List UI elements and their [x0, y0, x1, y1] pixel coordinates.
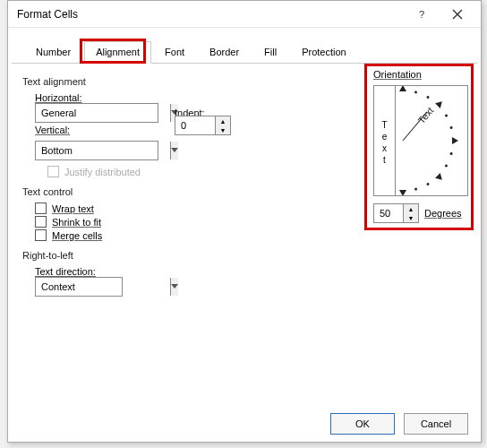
merge-cells-checkbox[interactable]: Merge cells — [35, 229, 466, 241]
svg-point-9 — [449, 126, 453, 130]
svg-point-7 — [426, 95, 430, 99]
tab-protection[interactable]: Protection — [290, 41, 358, 64]
tab-strip: Number Alignment Font Border Fill Protec… — [12, 28, 477, 64]
svg-point-8 — [444, 114, 448, 117]
spin-down-icon[interactable]: ▼ — [216, 125, 230, 134]
tab-fill[interactable]: Fill — [252, 41, 288, 64]
chevron-down-icon — [170, 278, 178, 296]
dial-icon: Text — [396, 86, 467, 195]
orientation-group: Orientation Text — [373, 69, 468, 228]
orientation-dial[interactable]: Text — [396, 86, 467, 195]
degrees-spinner[interactable]: ▲ ▼ — [373, 203, 419, 223]
tab-alignment[interactable]: Alignment — [84, 41, 151, 64]
degrees-value[interactable] — [374, 204, 403, 222]
cancel-button[interactable]: Cancel — [404, 413, 468, 435]
svg-text:Text: Text — [415, 105, 435, 125]
indent-value[interactable] — [175, 116, 215, 134]
tab-border[interactable]: Border — [198, 41, 251, 64]
svg-marker-2 — [435, 99, 445, 108]
tab-number[interactable]: Number — [24, 41, 82, 64]
text-direction-value[interactable] — [36, 278, 170, 296]
horizontal-combo[interactable] — [35, 103, 158, 123]
vertical-value[interactable] — [36, 142, 170, 159]
indent-spinner[interactable]: ▲ ▼ — [175, 116, 231, 135]
dialog-title: Format Cells — [17, 8, 404, 21]
checkbox-icon — [35, 229, 47, 241]
tab-font[interactable]: Font — [153, 41, 196, 64]
chevron-down-icon — [170, 142, 178, 159]
spin-up-icon[interactable]: ▲ — [216, 116, 230, 125]
svg-marker-4 — [399, 190, 406, 195]
degrees-label: Degrees — [424, 208, 462, 219]
dialog-body: Text alignment Horizontal: Indent: Verti… — [8, 64, 481, 413]
svg-point-12 — [426, 182, 430, 185]
rtl-group-label: Right-to-left — [22, 250, 466, 261]
vertical-label: Vertical: — [35, 125, 70, 135]
svg-point-6 — [414, 90, 418, 94]
horizontal-value[interactable] — [36, 104, 170, 122]
spin-up-icon[interactable]: ▲ — [404, 204, 418, 213]
text-direction-combo[interactable] — [35, 277, 123, 297]
format-cells-dialog: Format Cells ? Number Alignment Font Bor… — [7, 0, 482, 443]
spin-down-icon[interactable]: ▼ — [404, 213, 418, 222]
close-icon — [452, 9, 463, 20]
vertical-combo[interactable] — [35, 141, 158, 160]
vertical-text-button[interactable]: Text — [374, 86, 396, 195]
help-button[interactable]: ? — [404, 2, 440, 27]
titlebar: Format Cells ? — [8, 1, 481, 28]
dialog-footer: OK Cancel — [330, 413, 468, 435]
svg-marker-1 — [452, 137, 458, 144]
text-direction-label: Text direction: — [35, 266, 466, 277]
orientation-group-label: Orientation — [373, 69, 468, 80]
close-button[interactable] — [440, 2, 475, 27]
ok-button[interactable]: OK — [330, 413, 395, 435]
checkbox-icon — [35, 216, 47, 228]
orientation-preview[interactable]: Text — [373, 85, 468, 196]
checkbox-icon — [35, 202, 47, 214]
svg-point-10 — [449, 152, 453, 156]
svg-marker-3 — [435, 173, 445, 183]
svg-point-11 — [444, 164, 448, 168]
checkbox-icon — [47, 166, 59, 177]
svg-point-13 — [414, 187, 418, 191]
svg-marker-0 — [399, 86, 406, 91]
